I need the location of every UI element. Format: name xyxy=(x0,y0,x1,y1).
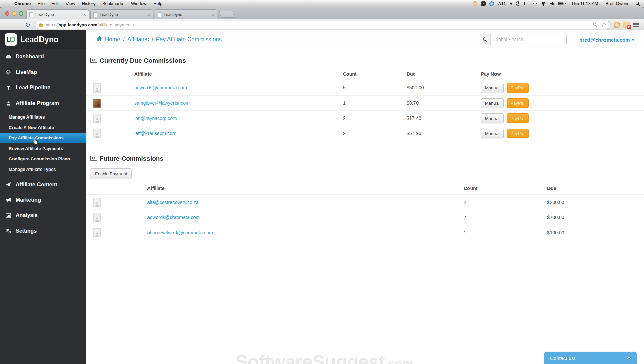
money-icon xyxy=(90,57,97,64)
adobe-icon[interactable]: A 11 xyxy=(498,1,506,6)
subitem-label: Create A New Affiliate xyxy=(9,125,54,130)
sidebar-item-manage-affiliates[interactable]: Manage Affiliates xyxy=(0,112,86,122)
search-icon[interactable] xyxy=(480,34,491,45)
manual-pay-button[interactable]: Manual xyxy=(481,129,504,138)
menu-history[interactable]: History xyxy=(78,1,99,6)
tab-close-icon[interactable]: × xyxy=(81,12,86,17)
menu-clock[interactable]: Thu 11:13 AM xyxy=(571,1,598,6)
sidebar-item-label: Marketing xyxy=(16,197,41,203)
back-button[interactable]: ← xyxy=(4,22,10,28)
sidebar-item-livemap[interactable]: LiveMap xyxy=(0,64,86,80)
tab-2[interactable]: LeadDyno × xyxy=(90,9,153,19)
window-controls xyxy=(5,11,23,16)
sidebar-item-manage-affiliate-types[interactable]: Manage Affiliate Types xyxy=(0,164,86,175)
extension-clock-icon[interactable] xyxy=(614,22,620,28)
table-row: alta@costrecovery.co.za 2 $200.00 xyxy=(86,194,644,210)
due-value: $200.00 xyxy=(547,200,644,205)
omnibox-search-icon[interactable] xyxy=(593,22,598,27)
sidebar-item-affiliate-content[interactable]: Affiliate Content xyxy=(0,177,86,192)
count-value: 2 xyxy=(464,200,547,205)
sidebar-item-dashboard[interactable]: Dashboard xyxy=(0,49,86,64)
sidebar-item-lead-pipeline[interactable]: Lead Pipeline xyxy=(0,80,86,96)
wifi-icon[interactable] xyxy=(541,2,546,6)
subitem-label: Review Affiliate Payments xyxy=(9,146,63,151)
global-search-input[interactable] xyxy=(491,37,566,42)
person-icon xyxy=(5,101,11,106)
global-search xyxy=(480,34,567,45)
affiliate-link[interactable]: jeff@krausepm.com xyxy=(134,131,176,136)
new-tab-button[interactable] xyxy=(219,11,235,18)
paypal-pay-button[interactable]: PayPal xyxy=(507,129,529,138)
menu-view[interactable]: View xyxy=(62,1,78,6)
sidebar-item-pay-affiliate-commissions[interactable]: Pay Affiliate Commissions xyxy=(0,133,86,143)
table-row: adwords@chrometa.com 5 $500.00 Manual Pa… xyxy=(86,80,644,95)
volume-icon[interactable] xyxy=(550,2,555,6)
menu-user[interactable]: Brett Owens xyxy=(605,1,629,6)
address-bar[interactable]: https://app.leaddyno.com/affiliate_payme… xyxy=(35,21,610,29)
manual-pay-button[interactable]: Manual xyxy=(481,113,504,123)
breadcrumb-separator: / xyxy=(152,36,153,43)
sidebar-item-create-new-affiliate[interactable]: Create A New Affiliate xyxy=(0,122,86,133)
sidebar-item-settings[interactable]: Settings xyxy=(0,223,86,239)
tab-1[interactable]: LeadDyno × xyxy=(26,9,89,19)
menu-chrome[interactable]: Chrome xyxy=(11,1,34,6)
sidebar-item-configure-commission-plans[interactable]: Configure Commission Plans xyxy=(0,154,86,164)
subitem-label: Manage Affiliates xyxy=(9,114,45,120)
zoom-window-button[interactable] xyxy=(19,11,23,16)
leaddyno-page: LD LeadDyno Dashboard LiveMap Lead Pip xyxy=(0,30,644,364)
menu-edit[interactable]: Edit xyxy=(48,1,62,6)
spotlight-icon[interactable] xyxy=(635,1,640,6)
sidebar-item-affiliate-program[interactable]: Affiliate Program xyxy=(0,96,86,111)
sync-app-icon[interactable] xyxy=(489,1,494,6)
tab-close-icon[interactable]: × xyxy=(145,12,150,17)
bookmark-star-icon[interactable] xyxy=(601,22,607,27)
contact-us-widget[interactable]: Contact us! xyxy=(544,352,637,364)
tab-3[interactable]: LeadDyno × xyxy=(155,9,217,19)
clock-app-icon[interactable] xyxy=(473,1,477,6)
affiliate-link[interactable]: samglover@lawyerist.com xyxy=(134,100,190,106)
extension-badge-icon[interactable]: 2 xyxy=(623,22,630,28)
check-app-icon[interactable]: ✓ xyxy=(481,1,486,6)
url-scheme: https:// xyxy=(46,22,59,27)
paypal-pay-button[interactable]: PayPal xyxy=(507,113,529,123)
affiliate-link[interactable]: lori@raynacorp.com xyxy=(134,115,177,121)
heart-icon[interactable]: ♥ xyxy=(510,1,513,6)
time-machine-icon[interactable] xyxy=(516,1,520,6)
sidebar-item-label: LiveMap xyxy=(16,69,37,75)
display-icon[interactable] xyxy=(524,2,529,5)
user-menu[interactable]: brett@chrometa.com ▾ xyxy=(579,37,634,43)
due-section-title: Currently Due Commissions xyxy=(90,57,644,64)
menu-bookmarks[interactable]: Bookmarks xyxy=(99,1,128,6)
sidebar-item-label: Analysis xyxy=(16,212,38,218)
close-window-button[interactable] xyxy=(5,11,9,16)
watermark-text: SoftwareSuggest xyxy=(235,351,384,364)
battery-icon[interactable] xyxy=(558,2,566,5)
brand[interactable]: LD LeadDyno xyxy=(0,30,86,49)
menu-window[interactable]: Window xyxy=(128,1,150,6)
affiliate-link[interactable]: attorneyatwork@chrometa.com xyxy=(147,230,213,235)
bluetooth-icon[interactable] xyxy=(533,2,537,6)
affiliate-link[interactable]: adwords@chrometa.com xyxy=(134,85,187,90)
manual-pay-button[interactable]: Manual xyxy=(481,83,504,93)
avatar xyxy=(93,213,101,222)
enable-payment-button[interactable]: Enable Payment xyxy=(90,168,132,179)
paypal-pay-button[interactable]: PayPal xyxy=(507,83,529,93)
sidebar-item-review-affiliate-payments[interactable]: Review Affiliate Payments xyxy=(0,143,86,154)
watermark: SoftwareSuggest.com xyxy=(235,350,413,364)
forward-button[interactable]: → xyxy=(15,22,21,28)
breadcrumb-home[interactable]: Home xyxy=(105,36,120,43)
manual-pay-button[interactable]: Manual xyxy=(481,98,504,108)
menu-file[interactable]: File xyxy=(34,1,48,6)
megaphone-icon xyxy=(5,198,11,203)
paypal-pay-button[interactable]: PayPal xyxy=(507,98,529,108)
reload-button[interactable]: ↻ xyxy=(25,22,30,28)
affiliate-link[interactable]: adwords@chrometa.com xyxy=(147,215,200,220)
minimize-window-button[interactable] xyxy=(12,11,16,16)
chrome-menu-icon[interactable] xyxy=(633,23,639,27)
menu-help[interactable]: Help xyxy=(150,1,166,6)
sidebar-item-analysis[interactable]: Analysis xyxy=(0,208,86,223)
affiliate-link[interactable]: alta@costrecovery.co.za xyxy=(147,200,198,205)
breadcrumb-affiliates[interactable]: Affiliates xyxy=(127,36,149,43)
sidebar-item-marketing[interactable]: Marketing xyxy=(0,192,86,208)
tab-close-icon[interactable]: × xyxy=(210,12,214,17)
